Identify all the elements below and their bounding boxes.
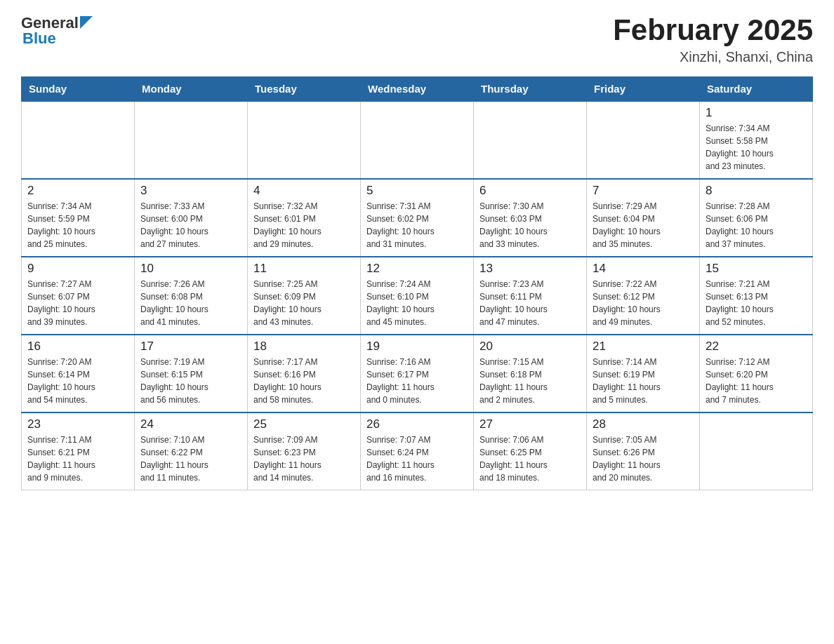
calendar-cell: 23Sunrise: 7:11 AM Sunset: 6:21 PM Dayli… [22,412,135,490]
day-info: Sunrise: 7:34 AM Sunset: 5:58 PM Dayligh… [706,122,807,173]
calendar-cell: 2Sunrise: 7:34 AM Sunset: 5:59 PM Daylig… [22,179,135,257]
calendar-cell: 20Sunrise: 7:15 AM Sunset: 6:18 PM Dayli… [474,335,587,412]
calendar-cell: 11Sunrise: 7:25 AM Sunset: 6:09 PM Dayli… [248,257,361,335]
day-number: 26 [366,417,468,431]
day-number: 17 [140,340,241,354]
day-number: 19 [366,340,468,354]
day-number: 21 [593,340,694,354]
day-number: 22 [706,340,807,354]
week-row-2: 2Sunrise: 7:34 AM Sunset: 5:59 PM Daylig… [22,179,813,257]
day-info: Sunrise: 7:31 AM Sunset: 6:02 PM Dayligh… [366,200,468,250]
day-info: Sunrise: 7:25 AM Sunset: 6:09 PM Dayligh… [253,278,355,328]
calendar-cell: 1Sunrise: 7:34 AM Sunset: 5:58 PM Daylig… [700,101,813,179]
day-number: 23 [27,417,128,431]
calendar-cell: 3Sunrise: 7:33 AM Sunset: 6:00 PM Daylig… [135,179,248,257]
day-info: Sunrise: 7:34 AM Sunset: 5:59 PM Dayligh… [27,200,128,250]
day-number: 8 [706,184,807,198]
day-info: Sunrise: 7:10 AM Sunset: 6:22 PM Dayligh… [140,434,241,484]
calendar-cell [700,412,813,490]
calendar-cell: 9Sunrise: 7:27 AM Sunset: 6:07 PM Daylig… [22,257,135,335]
day-info: Sunrise: 7:19 AM Sunset: 6:15 PM Dayligh… [140,356,241,406]
day-info: Sunrise: 7:27 AM Sunset: 6:07 PM Dayligh… [27,278,128,328]
day-info: Sunrise: 7:28 AM Sunset: 6:06 PM Dayligh… [706,200,807,250]
calendar-cell [135,101,248,179]
day-info: Sunrise: 7:09 AM Sunset: 6:23 PM Dayligh… [253,434,355,484]
day-number: 12 [366,262,468,276]
day-info: Sunrise: 7:07 AM Sunset: 6:24 PM Dayligh… [366,434,468,484]
calendar-cell: 25Sunrise: 7:09 AM Sunset: 6:23 PM Dayli… [248,412,361,490]
calendar-cell [248,101,361,179]
calendar-cell: 26Sunrise: 7:07 AM Sunset: 6:24 PM Dayli… [361,412,474,490]
day-info: Sunrise: 7:33 AM Sunset: 6:00 PM Dayligh… [140,200,241,250]
week-row-1: 1Sunrise: 7:34 AM Sunset: 5:58 PM Daylig… [22,101,813,179]
day-header-tuesday: Tuesday [248,77,361,102]
calendar-cell: 16Sunrise: 7:20 AM Sunset: 6:14 PM Dayli… [22,335,135,412]
calendar-cell: 24Sunrise: 7:10 AM Sunset: 6:22 PM Dayli… [135,412,248,490]
day-info: Sunrise: 7:30 AM Sunset: 6:03 PM Dayligh… [479,200,581,250]
calendar-cell [587,101,700,179]
day-info: Sunrise: 7:14 AM Sunset: 6:19 PM Dayligh… [593,356,694,406]
calendar-cell: 10Sunrise: 7:26 AM Sunset: 6:08 PM Dayli… [135,257,248,335]
day-number: 3 [140,184,241,198]
day-number: 7 [593,184,694,198]
day-info: Sunrise: 7:32 AM Sunset: 6:01 PM Dayligh… [253,200,355,250]
calendar-cell: 19Sunrise: 7:16 AM Sunset: 6:17 PM Dayli… [361,335,474,412]
calendar-cell: 13Sunrise: 7:23 AM Sunset: 6:11 PM Dayli… [474,257,587,335]
calendar-cell [361,101,474,179]
calendar-cell [474,101,587,179]
calendar-cell: 28Sunrise: 7:05 AM Sunset: 6:26 PM Dayli… [587,412,700,490]
page-header: General Blue February 2025 Xinzhi, Shanx… [21,14,813,65]
day-info: Sunrise: 7:21 AM Sunset: 6:13 PM Dayligh… [706,278,807,328]
day-number: 2 [27,184,128,198]
day-number: 25 [253,417,355,431]
location-title: Xinzhi, Shanxi, China [613,49,813,65]
week-row-5: 23Sunrise: 7:11 AM Sunset: 6:21 PM Dayli… [22,412,813,490]
day-number: 5 [366,184,468,198]
day-info: Sunrise: 7:22 AM Sunset: 6:12 PM Dayligh… [593,278,694,328]
day-number: 6 [479,184,581,198]
day-number: 11 [253,262,355,276]
logo: General Blue [21,14,93,48]
day-header-saturday: Saturday [700,77,813,102]
month-title: February 2025 [613,14,813,46]
day-number: 14 [593,262,694,276]
day-header-monday: Monday [135,77,248,102]
day-header-thursday: Thursday [474,77,587,102]
calendar-cell: 5Sunrise: 7:31 AM Sunset: 6:02 PM Daylig… [361,179,474,257]
calendar-cell: 8Sunrise: 7:28 AM Sunset: 6:06 PM Daylig… [700,179,813,257]
day-number: 16 [27,340,128,354]
day-info: Sunrise: 7:24 AM Sunset: 6:10 PM Dayligh… [366,278,468,328]
day-number: 24 [140,417,241,431]
calendar-cell: 18Sunrise: 7:17 AM Sunset: 6:16 PM Dayli… [248,335,361,412]
week-row-4: 16Sunrise: 7:20 AM Sunset: 6:14 PM Dayli… [22,335,813,412]
day-number: 4 [253,184,355,198]
title-block: February 2025 Xinzhi, Shanxi, China [613,14,813,65]
day-number: 27 [479,417,581,431]
day-number: 20 [479,340,581,354]
day-info: Sunrise: 7:29 AM Sunset: 6:04 PM Dayligh… [593,200,694,250]
day-info: Sunrise: 7:15 AM Sunset: 6:18 PM Dayligh… [479,356,581,406]
day-header-sunday: Sunday [22,77,135,102]
calendar-cell: 12Sunrise: 7:24 AM Sunset: 6:10 PM Dayli… [361,257,474,335]
calendar-cell: 4Sunrise: 7:32 AM Sunset: 6:01 PM Daylig… [248,179,361,257]
calendar-header-row: SundayMondayTuesdayWednesdayThursdayFrid… [22,77,813,102]
calendar-table: SundayMondayTuesdayWednesdayThursdayFrid… [21,76,813,490]
day-info: Sunrise: 7:17 AM Sunset: 6:16 PM Dayligh… [253,356,355,406]
day-header-wednesday: Wednesday [361,77,474,102]
day-number: 28 [593,417,694,431]
calendar-cell: 15Sunrise: 7:21 AM Sunset: 6:13 PM Dayli… [700,257,813,335]
day-info: Sunrise: 7:20 AM Sunset: 6:14 PM Dayligh… [27,356,128,406]
svg-marker-0 [80,16,93,29]
day-info: Sunrise: 7:06 AM Sunset: 6:25 PM Dayligh… [479,434,581,484]
day-info: Sunrise: 7:12 AM Sunset: 6:20 PM Dayligh… [706,356,807,406]
day-info: Sunrise: 7:23 AM Sunset: 6:11 PM Dayligh… [479,278,581,328]
calendar-cell: 6Sunrise: 7:30 AM Sunset: 6:03 PM Daylig… [474,179,587,257]
logo-blue: Blue [22,29,56,48]
day-info: Sunrise: 7:05 AM Sunset: 6:26 PM Dayligh… [593,434,694,484]
week-row-3: 9Sunrise: 7:27 AM Sunset: 6:07 PM Daylig… [22,257,813,335]
day-header-friday: Friday [587,77,700,102]
day-info: Sunrise: 7:26 AM Sunset: 6:08 PM Dayligh… [140,278,241,328]
calendar-cell: 21Sunrise: 7:14 AM Sunset: 6:19 PM Dayli… [587,335,700,412]
calendar-cell: 22Sunrise: 7:12 AM Sunset: 6:20 PM Dayli… [700,335,813,412]
day-number: 1 [706,106,807,120]
